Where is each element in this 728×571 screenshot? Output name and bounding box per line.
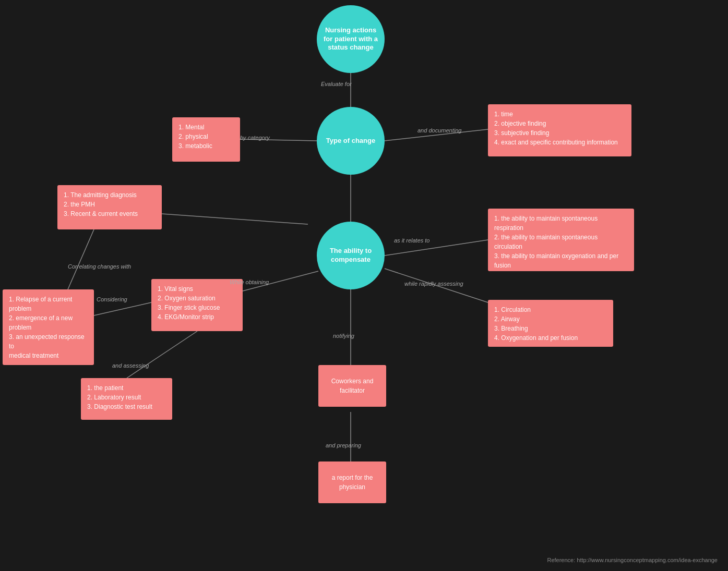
ability-to-compensate-node: The ability to compensate	[317, 222, 385, 289]
report-node: a report for the physician	[318, 461, 386, 503]
maintain-ability-box: 1. the ability to maintain spontaneous r…	[488, 209, 634, 271]
time-findings-box: 1. time 2. objective finding 3. subjecti…	[488, 104, 631, 156]
concept-map: Nursing actions for patient with a statu…	[0, 0, 728, 571]
relapse-box: 1. Relapse of a current problem 2. emerg…	[3, 289, 94, 365]
reference-text: Reference: http://www.nursingconceptmapp…	[547, 557, 718, 563]
svg-line-12	[94, 302, 151, 315]
as-it-relates-label: as it relates to	[394, 237, 429, 244]
type-of-change-node: Type of change	[317, 107, 385, 175]
circulation-box: 1. Circulation 2. Airway 3. Breathing 4.…	[488, 300, 613, 347]
while-rapidly-label: while rapidly assessing	[404, 281, 463, 287]
and-documenting-label: and documenting	[417, 127, 461, 133]
and-preparing-label: and preparing	[326, 442, 361, 448]
by-category-label: by category	[240, 135, 270, 141]
evaluate-for-label: Evaluate for	[321, 81, 352, 87]
admitting-diagnosis-box: 1. The admitting diagnosis 2. the PMH 3.…	[57, 185, 162, 229]
vital-signs-box: 1. Vital signs 2. Oxygen saturation 3. F…	[151, 279, 243, 331]
svg-line-8	[162, 214, 308, 224]
considering-label: Considering	[97, 296, 127, 302]
while-obtaining-label: While obtaining	[230, 279, 269, 285]
svg-line-9	[68, 229, 94, 289]
nursing-actions-node: Nursing actions for patient with a statu…	[317, 5, 385, 73]
and-assessing-label: and assessing	[112, 362, 149, 369]
patient-lab-box: 1. the patient 2. Laboratory result 3. D…	[81, 378, 172, 420]
mental-physical-box: 1. Mental 2. physical 3. metabolic	[172, 117, 240, 162]
svg-line-10	[127, 331, 197, 378]
coworkers-node: Coworkers and facilitator	[318, 365, 386, 407]
correlating-label: Correlating changes with	[68, 263, 131, 270]
notifying-label: notifying	[333, 333, 354, 339]
